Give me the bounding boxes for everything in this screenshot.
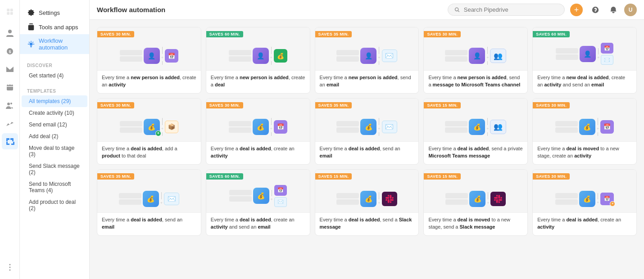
nav-tools[interactable] xyxy=(2,133,18,149)
settings-label: Settings xyxy=(39,9,60,16)
nav-leads[interactable] xyxy=(2,25,18,41)
card-banner-15: SAVES 30 MIN. 💰 + 📅 + xyxy=(533,170,636,213)
nav-deals[interactable]: $ xyxy=(2,43,18,59)
saves-badge-12: SAVES 60 MIN. xyxy=(206,173,243,180)
card-text-4: Every time a new person is added, send a… xyxy=(428,74,523,89)
card-deal-activity-email[interactable]: SAVES 60 MIN. 👤 + 📅 ✉️ xyxy=(532,27,637,94)
illustration-3: 👤 + ✉️ xyxy=(334,44,399,68)
saves-badge-4: SAVES 30 MIN. xyxy=(424,31,461,37)
nav-contacts[interactable] xyxy=(2,97,18,113)
saves-badge-11: SAVES 35 MIN. xyxy=(97,173,134,180)
svg-point-7 xyxy=(9,264,10,266)
template-slack[interactable]: Send Slack message (2) xyxy=(22,160,87,178)
top-header: Workflow automation + U xyxy=(90,0,644,20)
svg-rect-0 xyxy=(7,9,9,11)
sidebar-settings[interactable]: Settings xyxy=(20,5,89,20)
card-deal-email[interactable]: SAVES 35 MIN. 💰 + ✉️ xyxy=(315,98,419,165)
template-teams[interactable]: Send to Microsoft Teams (4) xyxy=(22,178,87,196)
card-deal-activity[interactable]: SAVES 30 MIN. 💰 + 📅 xyxy=(206,98,310,165)
card-text-3: Every time a new person is added, send a… xyxy=(320,74,414,89)
workflow-label: Workflow automation xyxy=(39,37,82,51)
template-product[interactable]: Add product to deal (2) xyxy=(22,196,87,214)
add-button[interactable]: + xyxy=(570,4,583,16)
tools-label: Tools and apps xyxy=(39,24,78,31)
help-icon xyxy=(591,6,599,14)
card-person-email[interactable]: SAVES 35 MIN. 👤 + ✉️ xyxy=(315,27,419,94)
card-row3-2[interactable]: SAVES 60 MIN. 💰 + 📅 ✉️ xyxy=(206,169,310,236)
search-bar[interactable] xyxy=(448,4,565,16)
card-banner-4: SAVES 30 MIN. 👤 + 👥 xyxy=(424,27,527,71)
cards-row-3: SAVES 35 MIN. 💰 + ✉️ xyxy=(97,169,637,236)
left-navigation: $ xyxy=(0,0,20,279)
template-send-email[interactable]: Send email (12) xyxy=(22,119,87,130)
card-text-5: Every time a new deal is added, create a… xyxy=(537,74,632,89)
card-body-4: Every time a new person is added, send a… xyxy=(424,71,527,93)
saves-badge-3: SAVES 35 MIN. xyxy=(315,31,352,37)
illustration-10: 💰 + 📅 xyxy=(553,115,617,139)
illustration-13: 💰 + xyxy=(334,188,399,210)
svg-point-8 xyxy=(9,267,10,268)
card-body-15: Every time a deal is added, create an ac… xyxy=(533,213,636,235)
svg-rect-2 xyxy=(7,12,9,15)
card-deal-moved-activity[interactable]: SAVES 30 MIN. 💰 + 📅 xyxy=(532,98,637,165)
illustration-2: 👤 + 💰 xyxy=(226,44,290,68)
page-title: Workflow automation xyxy=(97,6,442,14)
nav-more[interactable] xyxy=(2,259,18,275)
card-body-6: Every time a deal is added, add a produc… xyxy=(97,142,201,164)
card-banner-6: SAVES 30 MIN. 💰 + + xyxy=(97,99,201,142)
help-button[interactable] xyxy=(588,3,603,17)
card-deal-product[interactable]: SAVES 30 MIN. 💰 + + xyxy=(97,98,201,165)
saves-badge-6: SAVES 30 MIN. xyxy=(97,102,134,108)
card-text-8: Every time a deal is added, send an emai… xyxy=(320,145,414,160)
card-person-deal[interactable]: SAVES 60 MIN. 👤 + 💰 xyxy=(206,27,310,94)
card-deal-teams[interactable]: SAVES 15 MIN. 💰 + 👥 xyxy=(423,98,528,165)
template-add-deal[interactable]: Add deal (2) xyxy=(22,130,87,142)
card-banner-7: SAVES 30 MIN. 💰 + 📅 xyxy=(206,99,310,142)
template-create-activity[interactable]: Create activity (10) xyxy=(22,107,87,119)
templates-section: TEMPLATES xyxy=(20,85,89,95)
template-all[interactable]: All templates (29) xyxy=(22,95,87,107)
template-move-deal[interactable]: Move deal to stage (3) xyxy=(22,142,87,160)
nav-activities[interactable] xyxy=(2,79,18,95)
saves-badge-5: SAVES 60 MIN. xyxy=(533,31,570,37)
nav-logo[interactable] xyxy=(2,4,18,20)
sidebar-workflow[interactable]: Workflow automation xyxy=(20,34,89,54)
card-banner-11: SAVES 35 MIN. 💰 + ✉️ xyxy=(97,170,201,213)
card-person-teams[interactable]: SAVES 30 MIN. 👤 + 👥 xyxy=(423,27,528,94)
card-row3-3[interactable]: SAVES 15 MIN. 💰 + xyxy=(315,169,419,236)
avatar[interactable]: U xyxy=(624,4,637,16)
cards-row-2: SAVES 30 MIN. 💰 + + xyxy=(97,98,637,165)
nav-insights[interactable] xyxy=(2,115,18,131)
svg-point-10 xyxy=(455,8,458,11)
sidebar-tools[interactable]: Tools and apps xyxy=(20,20,89,34)
illustration-6: 💰 + + 📦 xyxy=(117,115,181,139)
card-text-12: Every time a deal is added, create an ac… xyxy=(211,216,305,231)
svg-point-9 xyxy=(9,270,10,271)
card-text-2: Every time a new person is added, create… xyxy=(211,74,305,89)
search-input[interactable] xyxy=(464,6,558,13)
illustration-4: 👤 + 👥 xyxy=(442,44,509,68)
illustration-14: 💰 + xyxy=(443,188,508,210)
illustration-11: 💰 + ✉️ xyxy=(116,188,182,210)
saves-badge-2: SAVES 60 MIN. xyxy=(206,31,243,37)
illustration-8: 💰 + ✉️ xyxy=(334,115,399,139)
card-body-11: Every time a deal is added, send an emai… xyxy=(97,213,201,235)
notifications-button[interactable] xyxy=(606,3,621,17)
card-row3-5[interactable]: SAVES 30 MIN. 💰 + 📅 + xyxy=(532,169,637,236)
content-area: SAVES 30 MIN. 👤 + xyxy=(90,20,644,279)
card-row3-4[interactable]: SAVES 15 MIN. 💰 + xyxy=(423,169,528,236)
illustration-12: 💰 + 📅 ✉️ xyxy=(227,182,290,210)
saves-badge-15: SAVES 30 MIN. xyxy=(533,173,570,180)
card-person-activity[interactable]: SAVES 30 MIN. 👤 + xyxy=(97,27,201,94)
card-banner-13: SAVES 15 MIN. 💰 + xyxy=(315,170,419,213)
saves-badge-1: SAVES 30 MIN. xyxy=(97,31,134,37)
card-text-9: Every time a deal is added, send a priva… xyxy=(428,145,523,160)
nav-mail[interactable] xyxy=(2,61,18,77)
card-banner-14: SAVES 15 MIN. 💰 + xyxy=(424,170,527,213)
sidebar-get-started[interactable]: Get started (4) xyxy=(22,70,87,81)
saves-badge-9: SAVES 15 MIN. xyxy=(424,102,461,108)
saves-badge-8: SAVES 35 MIN. xyxy=(315,102,352,108)
card-row3-1[interactable]: SAVES 35 MIN. 💰 + ✉️ xyxy=(97,169,201,236)
saves-badge-7: SAVES 30 MIN. xyxy=(206,102,243,108)
header-icons: U xyxy=(588,3,637,17)
